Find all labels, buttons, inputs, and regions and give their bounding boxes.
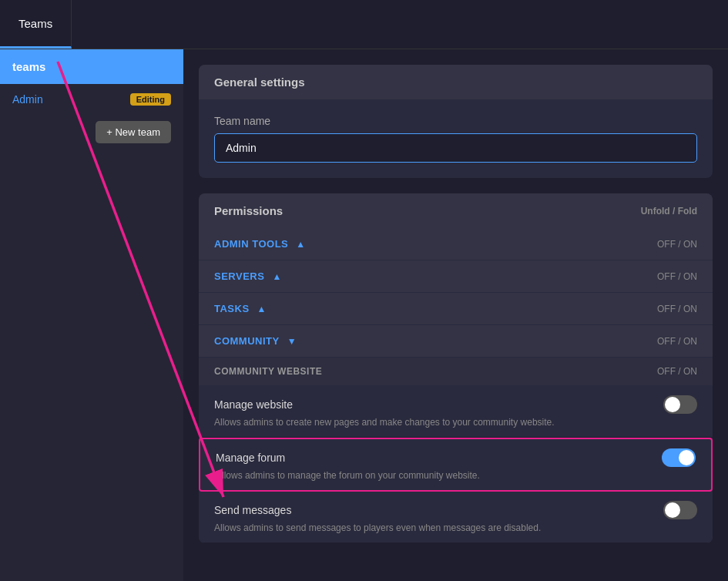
send-messages-name: Send messages — [214, 504, 291, 516]
manage-website-name: Manage website — [214, 398, 293, 411]
community-website-label: COMMUNITY WEBSITE — [214, 366, 322, 377]
community-website-off-on: OFF / ON — [657, 366, 697, 377]
general-settings-header: General settings — [199, 65, 713, 99]
tasks-off-on: OFF / ON — [657, 304, 697, 314]
perm-item-manage-website: Manage website Allows admins to create n… — [199, 386, 713, 438]
unfold-fold-control[interactable]: Unfold / Fold — [641, 206, 697, 217]
admin-tools-chevron: ▲ — [296, 239, 305, 250]
manage-forum-desc: Allows admins to manage the forum on you… — [216, 470, 696, 481]
permissions-card: Permissions Unfold / Fold ADMIN TOOLS ▲ … — [199, 193, 713, 543]
main-layout: teams Admin Editing + New team General s… — [0, 49, 728, 581]
manage-forum-name: Manage forum — [216, 452, 285, 464]
new-team-button[interactable]: + New team — [96, 121, 171, 143]
general-settings-body: Team name — [199, 99, 713, 178]
top-nav: Teams — [0, 0, 728, 49]
manage-website-toggle-knob — [665, 397, 680, 412]
general-settings-title: General settings — [214, 76, 305, 89]
admin-tools-off-on: OFF / ON — [657, 239, 697, 250]
perm-item-send-messages: Send messages Allows admins to send mess… — [199, 492, 713, 543]
servers-label: SERVERS — [214, 270, 264, 282]
tasks-label: TASKS — [214, 303, 250, 314]
tasks-chevron: ▲ — [257, 304, 267, 314]
send-messages-desc: Allows admins to send messages to player… — [214, 522, 697, 533]
send-messages-toggle-knob — [665, 502, 680, 518]
permissions-title: Permissions — [214, 204, 283, 217]
sidebar-team-header: Admin Editing — [0, 84, 183, 115]
general-settings-card: General settings Team name — [199, 65, 713, 178]
content-area: General settings Team name Permissions U… — [183, 49, 728, 581]
perm-group-admin-tools[interactable]: ADMIN TOOLS ▲ OFF / ON — [199, 228, 713, 260]
fold-label: Fold — [678, 206, 697, 217]
community-website-subgroup: COMMUNITY WEBSITE OFF / ON — [199, 358, 713, 386]
manage-forum-toggle-knob — [679, 450, 694, 465]
perm-group-community[interactable]: COMMUNITY ▼ OFF / ON — [199, 325, 713, 358]
perm-item-manage-forum: Manage forum Allows admins to manage the… — [199, 438, 713, 492]
servers-chevron: ▲ — [272, 271, 281, 282]
perm-group-servers[interactable]: SERVERS ▲ OFF / ON — [199, 260, 713, 293]
community-off-on: OFF / ON — [657, 336, 697, 347]
community-chevron: ▼ — [287, 336, 297, 347]
send-messages-toggle[interactable] — [663, 501, 697, 519]
servers-off-on: OFF / ON — [657, 271, 697, 282]
sidebar-new-team-section: + New team — [0, 115, 183, 156]
editing-badge: Editing — [130, 93, 171, 106]
permissions-header: Permissions Unfold / Fold — [199, 193, 713, 228]
sidebar: teams Admin Editing + New team — [0, 49, 183, 581]
team-name-input[interactable] — [214, 133, 697, 163]
community-label: COMMUNITY — [214, 335, 280, 347]
team-name-label: Team name — [214, 115, 697, 127]
perm-group-tasks[interactable]: TASKS ▲ OFF / ON — [199, 293, 713, 325]
teams-tab[interactable]: Teams — [0, 0, 72, 49]
sidebar-team-item-active[interactable]: teams — [0, 49, 183, 84]
manage-website-toggle[interactable] — [663, 395, 697, 414]
unfold-label: Unfold — [641, 206, 670, 217]
manage-forum-toggle[interactable] — [662, 448, 696, 467]
admin-tools-label: ADMIN TOOLS — [214, 238, 288, 250]
sidebar-admin-link[interactable]: Admin — [12, 93, 43, 106]
manage-website-desc: Allows admins to create new pages and ma… — [214, 417, 697, 428]
